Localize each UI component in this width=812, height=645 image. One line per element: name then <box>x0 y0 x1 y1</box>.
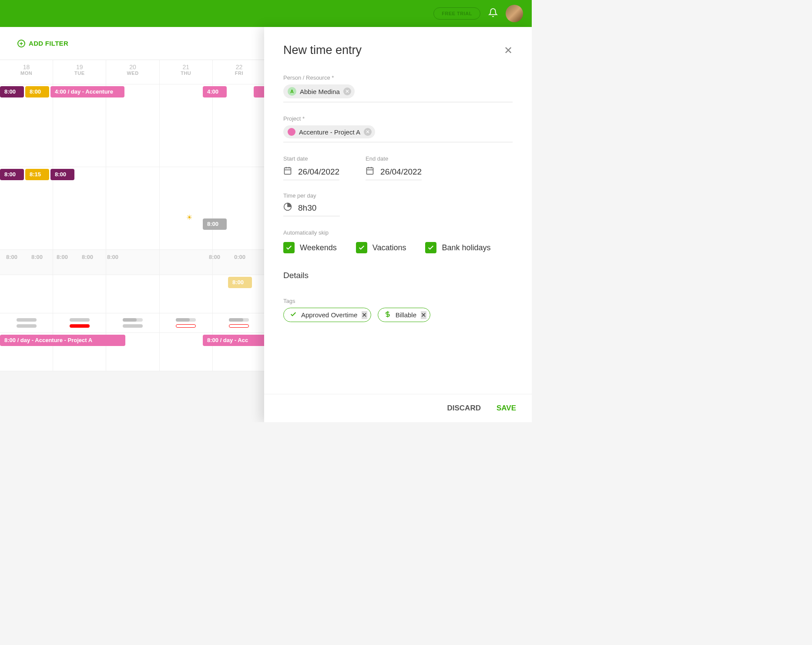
start-date-field: Start date 26/04/2022 <box>283 155 339 180</box>
notifications-icon[interactable] <box>488 8 498 19</box>
panel-footer: DISCARD SAVE <box>264 394 532 422</box>
time-entry-chip[interactable]: 8:00 <box>27 252 47 263</box>
skip-label: Automatically skip <box>283 229 513 236</box>
calendar-cell[interactable] <box>0 275 53 313</box>
sun-icon: ☀ <box>186 213 192 222</box>
calendar-cell[interactable] <box>160 167 213 249</box>
app-header: FREE TRIAL <box>0 0 532 27</box>
capacity-cell <box>53 313 106 333</box>
remove-chip-icon[interactable]: ✕ <box>343 87 351 95</box>
svg-rect-4 <box>367 168 373 174</box>
person-initial-icon: A <box>288 87 296 96</box>
start-date-value: 26/04/2022 <box>298 167 339 177</box>
time-entry-chip[interactable]: 8:00 <box>228 277 252 288</box>
remove-chip-icon[interactable]: ✕ <box>364 128 372 136</box>
calendar-cell[interactable] <box>213 167 266 249</box>
calendar-cell[interactable] <box>53 275 106 313</box>
time-entry-chip[interactable]: 8:00 <box>205 252 225 263</box>
check-icon <box>290 311 297 319</box>
project-field: Project * Accenture - Project A ✕ <box>283 115 513 142</box>
panel-title: New time entry <box>283 44 362 57</box>
person-field: Person / Resource * A Abbie Medina ✕ <box>283 74 513 102</box>
skip-bank-holidays-checkbox[interactable]: Bank holidays <box>425 242 490 253</box>
project-color-icon <box>288 128 295 136</box>
time-entry-panel: New time entry ✕ Person / Resource * A A… <box>264 27 532 422</box>
discard-button[interactable]: DISCARD <box>447 404 481 413</box>
tag-label: Approved Overtime <box>301 311 357 319</box>
time-per-day-input[interactable]: 8h30 <box>283 202 340 216</box>
time-entry-chip[interactable]: 4:00 <box>203 86 227 97</box>
time-entry-chip[interactable]: 8:00 <box>0 169 24 180</box>
end-date-field: End date 26/04/2022 <box>366 155 422 180</box>
person-chip: A Abbie Medina ✕ <box>283 84 355 98</box>
remove-chip-icon[interactable]: ✕ <box>421 311 426 319</box>
checkbox-label: Weekends <box>300 243 337 252</box>
capacity-cell <box>213 313 266 333</box>
start-date-input[interactable]: 26/04/2022 <box>283 166 339 180</box>
project-chip-input[interactable]: Accenture - Project A ✕ <box>283 125 513 142</box>
tags-field: Tags Approved Overtime ✕ Billable ✕ <box>283 298 513 322</box>
day-header-cell: 20WED <box>106 60 159 84</box>
field-label: Tags <box>283 298 513 304</box>
user-avatar[interactable] <box>506 5 523 22</box>
add-filter-button[interactable]: + ADD FILTER <box>17 40 68 47</box>
tag-chip: Billable ✕ <box>378 308 430 322</box>
checkbox-label: Vacations <box>372 243 406 252</box>
time-entry-chip[interactable]: 8:00 <box>77 252 97 263</box>
capacity-cell <box>0 313 53 333</box>
add-filter-label: ADD FILTER <box>29 40 68 47</box>
day-header-cell: 18MON <box>0 60 53 84</box>
save-button[interactable]: SAVE <box>497 404 516 413</box>
time-entry-chip[interactable]: 8:00 <box>103 252 123 263</box>
details-section-title: Details <box>283 271 513 280</box>
time-entry-chip[interactable]: 8:00 <box>25 86 49 97</box>
remove-chip-icon[interactable]: ✕ <box>362 311 367 319</box>
day-header-cell: 22FRI <box>213 60 266 84</box>
time-entry-chip[interactable]: 8:00 <box>2 252 22 263</box>
time-entry-chip[interactable]: 8:15 <box>25 169 49 180</box>
tag-chip: Approved Overtime ✕ <box>283 308 371 322</box>
field-label: Project * <box>283 115 513 122</box>
time-entry-chip[interactable]: 8:00 <box>0 86 24 97</box>
calendar-icon <box>283 166 292 177</box>
free-trial-button[interactable]: FREE TRIAL <box>433 7 480 20</box>
end-date-input[interactable]: 26/04/2022 <box>366 166 422 180</box>
plus-icon: + <box>17 40 25 47</box>
time-entry-chip[interactable]: 0:00 <box>230 252 250 263</box>
capacity-cell <box>106 313 159 333</box>
field-label: Person / Resource * <box>283 74 513 81</box>
check-icon <box>283 242 295 253</box>
time-entry-chip[interactable]: 8:00 <box>203 218 227 230</box>
calendar-icon <box>366 166 374 177</box>
dollar-icon <box>384 311 391 319</box>
check-icon <box>356 242 367 253</box>
field-label: Time per day <box>283 192 513 199</box>
time-entry-chip[interactable]: 8:00 / day - Accenture - Project A <box>0 335 125 346</box>
person-chip-input[interactable]: A Abbie Medina ✕ <box>283 84 513 102</box>
day-header-cell: 19TUE <box>53 60 106 84</box>
field-label: Start date <box>283 155 339 162</box>
time-entry-chip[interactable]: 8:00 <box>50 169 74 180</box>
time-entry-chip[interactable]: 4:00 / day - Accenture <box>50 86 124 97</box>
close-icon[interactable]: ✕ <box>504 44 513 57</box>
time-entry-chip[interactable]: 8:00 <box>52 252 72 263</box>
tag-label: Billable <box>396 311 416 319</box>
tags-input[interactable]: Approved Overtime ✕ Billable ✕ <box>283 308 513 322</box>
calendar-cell[interactable] <box>106 167 159 249</box>
svg-rect-0 <box>285 168 291 174</box>
person-chip-label: Abbie Medina <box>300 88 340 95</box>
day-header-cell: 21THU <box>160 60 213 84</box>
field-label: End date <box>366 155 422 162</box>
skip-vacations-checkbox[interactable]: Vacations <box>356 242 406 253</box>
time-entry-chip[interactable]: 8:00 / day - Acc <box>203 335 266 346</box>
calendar-cell[interactable] <box>160 275 213 313</box>
time-per-day-field: Time per day 8h30 <box>283 192 513 216</box>
clock-icon <box>283 202 292 213</box>
checkbox-label: Bank holidays <box>442 243 490 252</box>
project-chip: Accenture - Project A ✕ <box>283 125 375 138</box>
project-chip-label: Accenture - Project A <box>299 128 360 136</box>
capacity-cell <box>160 313 213 333</box>
calendar-cell[interactable] <box>106 275 159 313</box>
end-date-value: 26/04/2022 <box>380 167 422 177</box>
skip-weekends-checkbox[interactable]: Weekends <box>283 242 337 253</box>
